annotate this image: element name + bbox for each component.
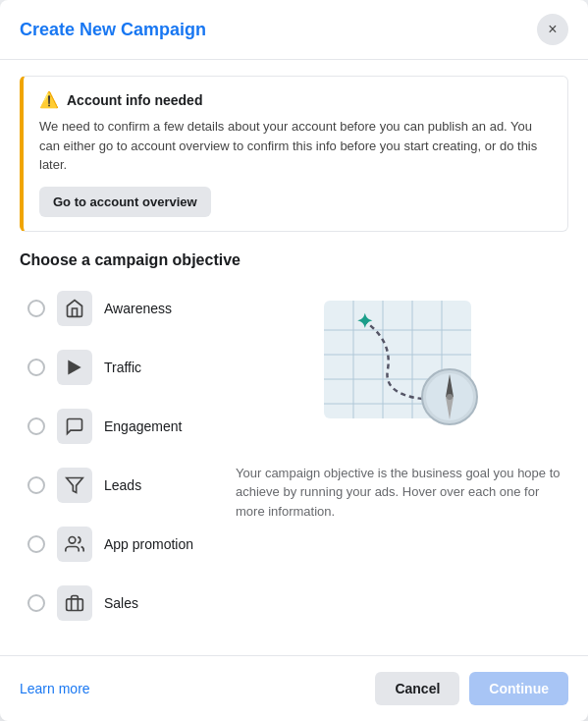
objective-description: Your campaign objective is the business … — [236, 464, 568, 522]
radio-traffic[interactable] — [27, 359, 45, 376]
traffic-label: Traffic — [104, 360, 141, 375]
modal-header: Create New Campaign × — [0, 0, 588, 60]
account-alert: ⚠️ Account info needed We need to confir… — [20, 76, 568, 232]
objectives-list: Awareness Traffic Engagement — [20, 281, 216, 656]
svg-point-17 — [447, 394, 453, 400]
modal-title: Create New Campaign — [20, 20, 206, 40]
svg-text:✦: ✦ — [356, 310, 373, 332]
awareness-icon — [57, 291, 92, 326]
footer-buttons: Cancel Continue — [375, 672, 568, 705]
awareness-label: Awareness — [104, 301, 172, 316]
alert-body: We need to confirm a few details about y… — [39, 117, 552, 175]
alert-title: Account info needed — [67, 92, 202, 108]
radio-sales[interactable] — [27, 594, 45, 612]
objective-item-app-promotion[interactable]: App promotion — [20, 517, 216, 572]
radio-awareness[interactable] — [27, 300, 45, 317]
learn-more-link[interactable]: Learn more — [20, 681, 90, 696]
right-panel: ✦ Your campaign objective is the busines… — [236, 281, 568, 656]
objective-item-awareness[interactable]: Awareness — [20, 281, 216, 336]
radio-leads[interactable] — [27, 476, 45, 494]
warning-icon: ⚠️ — [39, 90, 59, 109]
objective-item-engagement[interactable]: Engagement — [20, 399, 216, 454]
section-title: Choose a campaign objective — [0, 248, 588, 281]
objective-item-traffic[interactable]: Traffic — [20, 340, 216, 395]
objective-item-leads[interactable]: Leads — [20, 458, 216, 513]
modal-footer: Learn more Cancel Continue — [0, 655, 588, 721]
svg-point-1 — [69, 536, 76, 543]
engagement-icon — [57, 409, 92, 444]
radio-app-promotion[interactable] — [27, 535, 45, 553]
close-button[interactable]: × — [537, 14, 568, 45]
svg-marker-0 — [67, 477, 83, 492]
sales-icon — [57, 585, 92, 621]
traffic-icon — [57, 350, 92, 385]
objective-item-sales[interactable]: Sales — [20, 576, 216, 631]
radio-engagement[interactable] — [27, 417, 45, 435]
engagement-label: Engagement — [104, 418, 182, 434]
svg-rect-2 — [67, 598, 83, 610]
content-area: Awareness Traffic Engagement — [0, 281, 588, 656]
account-overview-button[interactable]: Go to account overview — [39, 187, 211, 217]
leads-icon — [57, 468, 92, 503]
leads-label: Leads — [104, 477, 141, 493]
create-campaign-modal: Create New Campaign × ⚠️ Account info ne… — [0, 0, 588, 721]
continue-button[interactable]: Continue — [469, 672, 568, 705]
campaign-illustration: ✦ — [304, 291, 501, 448]
sales-label: Sales — [104, 595, 138, 611]
app-promotion-icon — [57, 527, 92, 562]
app-promotion-label: App promotion — [104, 536, 193, 552]
cancel-button[interactable]: Cancel — [375, 672, 459, 705]
alert-header: ⚠️ Account info needed — [39, 90, 552, 109]
